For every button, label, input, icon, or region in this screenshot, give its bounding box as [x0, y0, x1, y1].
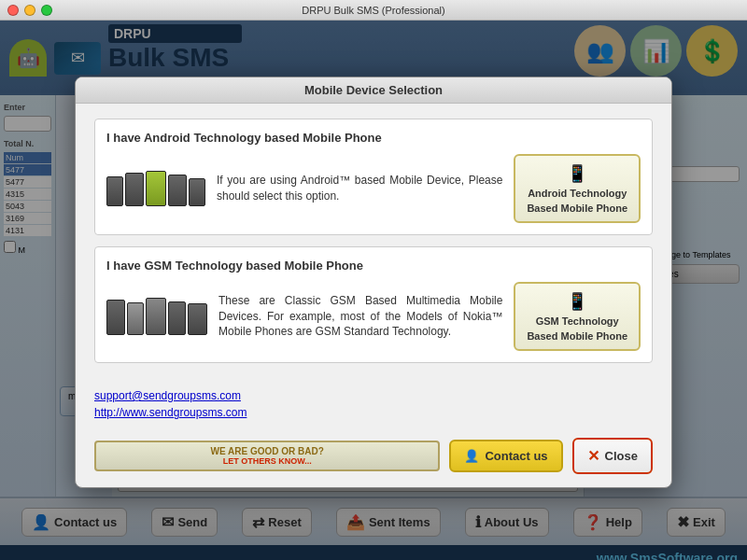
gsm-phones-image — [106, 298, 207, 335]
gsm-description: These are Classic GSM Based Multimedia M… — [218, 293, 502, 340]
android-section: I have Android Technology based Mobile P… — [94, 119, 653, 235]
gsm-phone-5 — [188, 303, 207, 335]
gsm-btn-icon: 📱 — [567, 291, 587, 312]
modal-links: support@sendgroupsms.com http://www.send… — [76, 389, 671, 430]
phone-image-4 — [168, 175, 187, 206]
gsm-phone-3 — [146, 298, 166, 335]
website-link[interactable]: http://www.sendgroupsms.com — [94, 406, 653, 419]
modal-overlay: Mobile Device Selection I have Android T… — [0, 21, 747, 560]
close-window-button[interactable] — [7, 5, 19, 16]
feedback-top-text: WE ARE GOOD OR BAD? — [104, 446, 430, 456]
title-bar: DRPU Bulk SMS (Professional) — [0, 0, 747, 21]
modal-titlebar: Mobile Device Selection — [76, 77, 671, 104]
android-select-button[interactable]: 📱 Android Technology Based Mobile Phone — [514, 154, 641, 223]
phone-image-3 — [146, 171, 166, 206]
phone-image-2 — [125, 173, 144, 206]
phone-image-1 — [106, 176, 123, 206]
android-section-header: I have Android Technology based Mobile P… — [106, 131, 641, 145]
maximize-window-button[interactable] — [41, 5, 52, 16]
gsm-phone-1 — [106, 300, 125, 335]
minimize-window-button[interactable] — [24, 5, 35, 16]
android-btn-icon: 📱 — [567, 163, 587, 184]
feedback-badge[interactable]: WE ARE GOOD OR BAD? LET OTHERS KNOW... — [94, 441, 440, 471]
app-background: 🤖 ✉ DRPU Bulk SMS The Tool That Helps 👥 … — [0, 21, 747, 560]
modal-body: I have Android Technology based Mobile P… — [76, 104, 671, 389]
window-controls — [7, 5, 52, 16]
android-phones-image — [106, 171, 205, 206]
support-email-link[interactable]: support@sendgroupsms.com — [94, 389, 653, 402]
contact-us-modal-button[interactable]: 👤 Contact us — [449, 440, 562, 472]
modal-title: Mobile Device Selection — [304, 83, 443, 97]
gsm-section: I have GSM Technology based Mobile Phone… — [94, 246, 653, 363]
gsm-section-header: I have GSM Technology based Mobile Phone — [106, 259, 641, 273]
android-section-content: If you are using Android™ based Mobile D… — [106, 154, 641, 223]
gsm-section-content: These are Classic GSM Based Multimedia M… — [106, 282, 641, 351]
feedback-bottom-text: LET OTHERS KNOW... — [104, 456, 430, 466]
android-description: If you are using Android™ based Mobile D… — [217, 173, 502, 204]
gsm-phone-2 — [127, 302, 144, 335]
gsm-phone-4 — [168, 301, 186, 335]
contact-modal-icon: 👤 — [464, 449, 479, 463]
modal-footer: WE ARE GOOD OR BAD? LET OTHERS KNOW... 👤… — [76, 430, 671, 487]
phone-image-5 — [189, 178, 205, 206]
close-modal-icon: ✕ — [587, 447, 599, 465]
close-modal-button[interactable]: ✕ Close — [572, 438, 653, 474]
modal-dialog: Mobile Device Selection I have Android T… — [75, 77, 672, 488]
window-title: DRPU Bulk SMS (Professional) — [302, 5, 444, 16]
gsm-select-button[interactable]: 📱 GSM Technology Based Mobile Phone — [514, 282, 641, 351]
